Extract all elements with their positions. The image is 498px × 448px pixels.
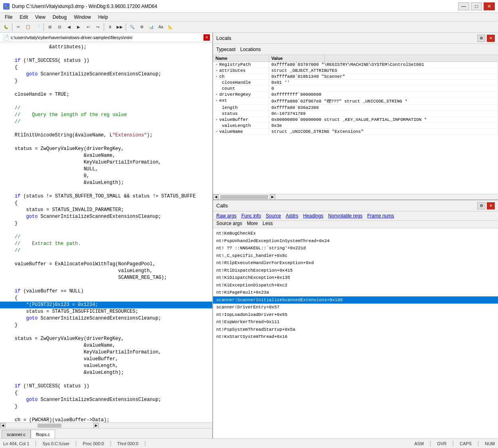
list-item[interactable]: valueLength 0x3e bbox=[213, 123, 498, 129]
list-item[interactable]: nt!KiDispatchException+0x135 bbox=[213, 274, 498, 282]
tab-fltops-c[interactable]: fltops.c bbox=[31, 430, 55, 438]
status-bar: Ln 404, Col 1 Sys 0:C:\User Proc 000:0 T… bbox=[0, 438, 498, 448]
list-item[interactable]: +ch 0xffffa80`018b1340 "Scanner" bbox=[213, 74, 498, 80]
toolbar-btn-5[interactable]: ⊞ bbox=[45, 23, 54, 32]
locals-settings-button[interactable]: ⚙ bbox=[477, 35, 485, 42]
toolbar-sep-2 bbox=[43, 24, 44, 31]
list-item[interactable]: +valueBuffer 0x00000000`00000000 struct … bbox=[213, 117, 498, 123]
code-line: { bbox=[0, 200, 212, 207]
calls-tab-rawargs[interactable]: Raw args bbox=[216, 213, 237, 219]
code-line: valueLength, bbox=[0, 363, 212, 369]
calls-tab-framenums[interactable]: Frame nums bbox=[367, 213, 394, 219]
menu-debug[interactable]: Debug bbox=[49, 14, 70, 21]
list-item[interactable]: nt!RtlpExecuteHandlerForException+0xd bbox=[213, 259, 498, 267]
calls-list[interactable]: nt!KeBugCheckEx nt!PspUnhandledException… bbox=[213, 228, 498, 438]
locals-table[interactable]: Name Value +RegistryPath 0xffffa80`03707… bbox=[213, 55, 498, 194]
list-item[interactable]: nt!IopLoadUnloadDriver+0x55 bbox=[213, 311, 498, 319]
list-item[interactable]: +ext 0xffffa880`02f967e8 "楔???" struct _… bbox=[213, 98, 498, 105]
editor-file-path: c:\users\vitaly\cyberhaven\windows-drive… bbox=[11, 35, 132, 40]
calls-item-highlighted[interactable]: scanner!ScannerInitializeScannedExtensio… bbox=[213, 296, 498, 304]
list-item[interactable]: nt!PspUnhandledExceptionInSystemThread+0… bbox=[213, 237, 498, 245]
editor-hscrollbar[interactable]: ◀ ▶ bbox=[0, 422, 212, 428]
hscroll-right-arrow[interactable]: ▶ bbox=[93, 423, 99, 428]
toolbar-btn-1[interactable]: 🐛 bbox=[2, 23, 10, 32]
toolbar-btn-6[interactable]: ⊟ bbox=[55, 23, 64, 32]
code-line bbox=[0, 376, 212, 383]
menu-view[interactable]: View bbox=[32, 14, 49, 21]
toolbar-btn-16[interactable]: Aa bbox=[156, 23, 165, 32]
code-line bbox=[0, 98, 212, 105]
code-line bbox=[0, 227, 212, 234]
editor-path-bar: 📄 c:\users\vitaly\cyberhaven\windows-dri… bbox=[0, 33, 212, 42]
locals-close-button[interactable]: ✕ bbox=[487, 35, 495, 42]
calls-settings-button[interactable]: ⚙ bbox=[477, 202, 485, 209]
calls-tab-nonvolatile[interactable]: Nonvolatile regs bbox=[328, 213, 362, 219]
code-line: &valueLength); bbox=[0, 180, 212, 186]
menu-help[interactable]: Help bbox=[95, 14, 111, 21]
calls-tab-headings[interactable]: Headings bbox=[303, 213, 323, 219]
list-item[interactable]: scanner!DriverEntry+0x57 bbox=[213, 304, 498, 311]
status-caps: CAPS bbox=[460, 441, 472, 446]
toolbar-btn-7[interactable]: ◀ bbox=[65, 23, 73, 32]
calls-tab-sourceargs[interactable]: Source args bbox=[216, 221, 242, 226]
editor-close-button[interactable]: ✕ bbox=[204, 34, 210, 41]
calls-title-bar: Calls ⚙ ✕ bbox=[213, 200, 498, 211]
toolbar-sep-1 bbox=[12, 24, 12, 31]
toolbar-btn-3[interactable]: 📋 bbox=[24, 23, 32, 32]
toolbar-btn-12[interactable]: ▶▶ bbox=[115, 23, 124, 32]
menu-file[interactable]: File bbox=[2, 14, 16, 21]
list-item[interactable]: count 0 bbox=[213, 86, 498, 92]
toolbar-btn-8[interactable]: ▶ bbox=[74, 23, 83, 32]
toolbar-btn-10[interactable]: ↪ bbox=[93, 23, 102, 32]
maximize-button[interactable]: □ bbox=[471, 2, 482, 10]
list-item[interactable]: +driverRegKey 0xffffffff`80000608 bbox=[213, 92, 498, 98]
list-item[interactable]: nt!KxStartSystemThread+0x16 bbox=[213, 333, 498, 341]
toolbar-btn-2[interactable]: ✂ bbox=[14, 23, 23, 32]
locals-hscroll-thumb[interactable] bbox=[220, 195, 268, 199]
list-item[interactable]: length 0xffffa80`036a2380 bbox=[213, 105, 498, 111]
list-item[interactable]: +attributes struct _OBJECT_ATTRIBUTES bbox=[213, 68, 498, 74]
list-item[interactable]: nt! ?? ::NNGAKEGL::`string'+0x221d bbox=[213, 245, 498, 252]
calls-panel: Calls ⚙ ✕ Raw args Func info Source Addr… bbox=[213, 200, 498, 438]
list-item[interactable]: +RegistryPath 0xffffa80`03707000 "\REGIS… bbox=[213, 62, 498, 68]
locals-hscrollbar[interactable]: ◀ ▶ bbox=[213, 194, 498, 199]
locals-hscroll-left[interactable]: ◀ bbox=[213, 194, 219, 200]
list-item[interactable]: nt!_C_specific_handler+0x8c bbox=[213, 252, 498, 260]
toolbar-btn-11[interactable]: ⏸ bbox=[106, 23, 115, 32]
list-item[interactable]: nt!ExpWorkerThread+0x111 bbox=[213, 318, 498, 326]
toolbar-btn-15[interactable]: 📊 bbox=[147, 23, 156, 32]
calls-tab-funcinfo[interactable]: Func info bbox=[241, 213, 261, 219]
calls-tab-source[interactable]: Source bbox=[266, 213, 281, 219]
toolbar-btn-4[interactable]: 📄 bbox=[33, 23, 42, 32]
toolbar-btn-14[interactable]: ⚙ bbox=[137, 23, 146, 32]
code-line: ch = (PWCHAR)(valueBuffer->Data); bbox=[0, 417, 212, 422]
toolbar-btn-13[interactable]: 🔍 bbox=[128, 23, 136, 32]
code-editor[interactable]: &attributes); if (!NT_SUCCESS( status ))… bbox=[0, 42, 212, 422]
list-item[interactable]: closeHandle 0x01 '' bbox=[213, 80, 498, 86]
list-item[interactable]: status 0n-1073741789 bbox=[213, 111, 498, 117]
hscroll-left-arrow[interactable]: ◀ bbox=[0, 423, 6, 428]
calls-tab-addrs[interactable]: Addrs bbox=[286, 213, 298, 219]
list-item[interactable]: nt!KiPageFault+0x23a bbox=[213, 289, 498, 296]
list-item[interactable]: nt!RtlDispatchException+0x415 bbox=[213, 267, 498, 274]
menu-window[interactable]: Window bbox=[71, 14, 94, 21]
calls-tab-more[interactable]: More bbox=[247, 221, 258, 226]
close-button[interactable]: ✕ bbox=[484, 2, 495, 10]
list-item[interactable]: nt!PspSystemThreadStartup+0x5a bbox=[213, 326, 498, 334]
toolbar-btn-17[interactable]: 📐 bbox=[166, 23, 175, 32]
tab-scanner-c[interactable]: scanner.c bbox=[2, 430, 31, 438]
menu-edit[interactable]: Edit bbox=[16, 14, 31, 21]
locals-tab-locations[interactable]: Locations bbox=[240, 46, 261, 53]
minimize-button[interactable]: — bbox=[458, 2, 469, 10]
toolbar-btn-9[interactable]: ↩ bbox=[84, 23, 93, 32]
code-line: &attributes); bbox=[0, 44, 212, 51]
locals-hscroll-right[interactable]: ▶ bbox=[270, 194, 275, 200]
list-item[interactable]: nt!KiExceptionDispatch+0xc2 bbox=[213, 282, 498, 289]
calls-tab-less[interactable]: Less bbox=[263, 221, 273, 226]
hscroll-thumb[interactable] bbox=[38, 424, 61, 428]
list-item[interactable]: +valueName struct _UNICODE_STRING "Exten… bbox=[213, 129, 498, 135]
list-item[interactable]: nt!KeBugCheckEx bbox=[213, 230, 498, 237]
code-line: goto ScannerInitializeScannedExtensionsC… bbox=[0, 71, 212, 78]
calls-close-button[interactable]: ✕ bbox=[487, 202, 495, 209]
locals-tab-typecast[interactable]: Typecast bbox=[216, 46, 235, 53]
